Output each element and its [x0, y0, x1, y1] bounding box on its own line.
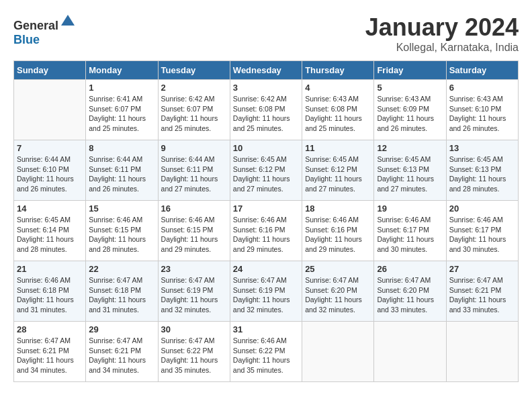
day-info: Sunrise: 6:47 AMSunset: 6:20 PMDaylight:…	[305, 275, 371, 315]
day-number: 10	[233, 143, 299, 153]
calendar-cell: 6Sunrise: 6:43 AMSunset: 6:10 PMDaylight…	[446, 80, 518, 140]
calendar-week-row: 1Sunrise: 6:41 AMSunset: 6:07 PMDaylight…	[14, 80, 519, 140]
day-number: 19	[377, 203, 443, 214]
calendar-cell	[446, 322, 518, 382]
calendar-cell: 24Sunrise: 6:47 AMSunset: 6:19 PMDayligh…	[230, 261, 302, 322]
day-number: 2	[161, 83, 227, 93]
calendar-cell: 17Sunrise: 6:46 AMSunset: 6:16 PMDayligh…	[230, 201, 302, 261]
page-header: General Blue January 2024 Kollegal, Karn…	[13, 13, 519, 54]
calendar-cell: 26Sunrise: 6:47 AMSunset: 6:20 PMDayligh…	[374, 261, 446, 322]
day-info: Sunrise: 6:46 AMSunset: 6:17 PMDaylight:…	[377, 215, 443, 255]
day-info: Sunrise: 6:43 AMSunset: 6:08 PMDaylight:…	[305, 94, 371, 134]
day-number: 26	[377, 264, 443, 274]
day-info: Sunrise: 6:45 AMSunset: 6:13 PMDaylight:…	[377, 154, 443, 194]
day-info: Sunrise: 6:46 AMSunset: 6:16 PMDaylight:…	[305, 215, 371, 255]
day-info: Sunrise: 6:47 AMSunset: 6:20 PMDaylight:…	[377, 275, 443, 315]
day-info: Sunrise: 6:47 AMSunset: 6:21 PMDaylight:…	[89, 336, 154, 375]
day-number: 21	[17, 264, 83, 274]
calendar-cell	[14, 80, 86, 140]
calendar-cell: 10Sunrise: 6:45 AMSunset: 6:12 PMDayligh…	[230, 140, 302, 201]
day-number: 31	[233, 324, 299, 334]
day-info: Sunrise: 6:45 AMSunset: 6:12 PMDaylight:…	[305, 154, 371, 194]
day-info: Sunrise: 6:41 AMSunset: 6:07 PMDaylight:…	[89, 94, 154, 134]
svg-marker-0	[61, 15, 75, 26]
calendar-week-row: 7Sunrise: 6:44 AMSunset: 6:10 PMDaylight…	[14, 140, 519, 201]
day-number: 28	[17, 324, 83, 334]
calendar-cell: 7Sunrise: 6:44 AMSunset: 6:10 PMDaylight…	[14, 140, 86, 201]
calendar-cell	[302, 322, 374, 382]
header-day: Wednesday	[230, 61, 302, 80]
calendar-cell	[374, 322, 446, 382]
calendar-table: SundayMondayTuesdayWednesdayThursdayFrid…	[13, 60, 519, 382]
calendar-cell: 16Sunrise: 6:46 AMSunset: 6:15 PMDayligh…	[158, 201, 230, 261]
calendar-cell: 15Sunrise: 6:46 AMSunset: 6:15 PMDayligh…	[86, 201, 158, 261]
day-number: 23	[161, 264, 227, 274]
day-number: 4	[305, 83, 371, 93]
day-number: 25	[305, 264, 371, 274]
day-number: 13	[449, 143, 515, 153]
calendar-cell: 9Sunrise: 6:44 AMSunset: 6:11 PMDaylight…	[158, 140, 230, 201]
day-number: 5	[377, 83, 443, 93]
calendar-cell: 12Sunrise: 6:45 AMSunset: 6:13 PMDayligh…	[374, 140, 446, 201]
day-number: 7	[17, 143, 83, 153]
header-day: Friday	[374, 61, 446, 80]
location-title: Kollegal, Karnataka, India	[365, 42, 519, 54]
day-number: 9	[161, 143, 227, 153]
day-info: Sunrise: 6:47 AMSunset: 6:22 PMDaylight:…	[161, 336, 227, 375]
header-day: Sunday	[14, 61, 86, 80]
day-info: Sunrise: 6:44 AMSunset: 6:11 PMDaylight:…	[89, 154, 154, 194]
logo-blue: Blue	[13, 33, 40, 46]
day-info: Sunrise: 6:46 AMSunset: 6:17 PMDaylight:…	[449, 215, 515, 255]
day-number: 30	[161, 324, 227, 334]
calendar-week-row: 28Sunrise: 6:47 AMSunset: 6:21 PMDayligh…	[14, 322, 519, 382]
day-number: 16	[161, 203, 227, 214]
day-number: 14	[17, 203, 83, 214]
calendar-cell: 11Sunrise: 6:45 AMSunset: 6:12 PMDayligh…	[302, 140, 374, 201]
month-title: January 2024	[365, 13, 519, 42]
day-number: 15	[89, 203, 154, 214]
calendar-cell: 21Sunrise: 6:46 AMSunset: 6:18 PMDayligh…	[14, 261, 86, 322]
day-number: 18	[305, 203, 371, 214]
calendar-cell: 19Sunrise: 6:46 AMSunset: 6:17 PMDayligh…	[374, 201, 446, 261]
day-number: 3	[233, 83, 299, 93]
header-day: Saturday	[446, 61, 518, 80]
calendar-cell: 8Sunrise: 6:44 AMSunset: 6:11 PMDaylight…	[86, 140, 158, 201]
calendar-cell: 27Sunrise: 6:47 AMSunset: 6:21 PMDayligh…	[446, 261, 518, 322]
day-info: Sunrise: 6:47 AMSunset: 6:21 PMDaylight:…	[449, 275, 515, 315]
logo-general: General	[13, 19, 58, 32]
day-info: Sunrise: 6:43 AMSunset: 6:10 PMDaylight:…	[449, 94, 515, 134]
day-info: Sunrise: 6:46 AMSunset: 6:16 PMDaylight:…	[233, 215, 299, 255]
day-info: Sunrise: 6:42 AMSunset: 6:08 PMDaylight:…	[233, 94, 299, 134]
day-info: Sunrise: 6:47 AMSunset: 6:18 PMDaylight:…	[89, 275, 154, 315]
day-number: 12	[377, 143, 443, 153]
day-info: Sunrise: 6:44 AMSunset: 6:11 PMDaylight:…	[161, 154, 227, 194]
calendar-cell: 29Sunrise: 6:47 AMSunset: 6:21 PMDayligh…	[86, 322, 158, 382]
calendar-cell: 14Sunrise: 6:45 AMSunset: 6:14 PMDayligh…	[14, 201, 86, 261]
day-info: Sunrise: 6:46 AMSunset: 6:22 PMDaylight:…	[233, 336, 299, 375]
day-number: 11	[305, 143, 371, 153]
calendar-cell: 2Sunrise: 6:42 AMSunset: 6:07 PMDaylight…	[158, 80, 230, 140]
logo: General Blue	[13, 13, 76, 47]
header-day: Thursday	[302, 61, 374, 80]
header-row: SundayMondayTuesdayWednesdayThursdayFrid…	[14, 61, 519, 80]
calendar-cell: 20Sunrise: 6:46 AMSunset: 6:17 PMDayligh…	[446, 201, 518, 261]
calendar-week-row: 21Sunrise: 6:46 AMSunset: 6:18 PMDayligh…	[14, 261, 519, 322]
day-number: 27	[449, 264, 515, 274]
calendar-cell: 23Sunrise: 6:47 AMSunset: 6:19 PMDayligh…	[158, 261, 230, 322]
day-info: Sunrise: 6:44 AMSunset: 6:10 PMDaylight:…	[17, 154, 83, 194]
day-info: Sunrise: 6:47 AMSunset: 6:19 PMDaylight:…	[161, 275, 227, 315]
calendar-cell: 4Sunrise: 6:43 AMSunset: 6:08 PMDaylight…	[302, 80, 374, 140]
day-info: Sunrise: 6:42 AMSunset: 6:07 PMDaylight:…	[161, 94, 227, 134]
day-number: 6	[449, 83, 515, 93]
day-number: 24	[233, 264, 299, 274]
header-day: Monday	[86, 61, 158, 80]
day-number: 22	[89, 264, 154, 274]
calendar-cell: 28Sunrise: 6:47 AMSunset: 6:21 PMDayligh…	[14, 322, 86, 382]
day-number: 20	[449, 203, 515, 214]
calendar-cell: 5Sunrise: 6:43 AMSunset: 6:09 PMDaylight…	[374, 80, 446, 140]
day-number: 17	[233, 203, 299, 214]
header-day: Tuesday	[158, 61, 230, 80]
calendar-cell: 13Sunrise: 6:45 AMSunset: 6:13 PMDayligh…	[446, 140, 518, 201]
calendar-cell: 3Sunrise: 6:42 AMSunset: 6:08 PMDaylight…	[230, 80, 302, 140]
day-number: 1	[89, 83, 154, 93]
